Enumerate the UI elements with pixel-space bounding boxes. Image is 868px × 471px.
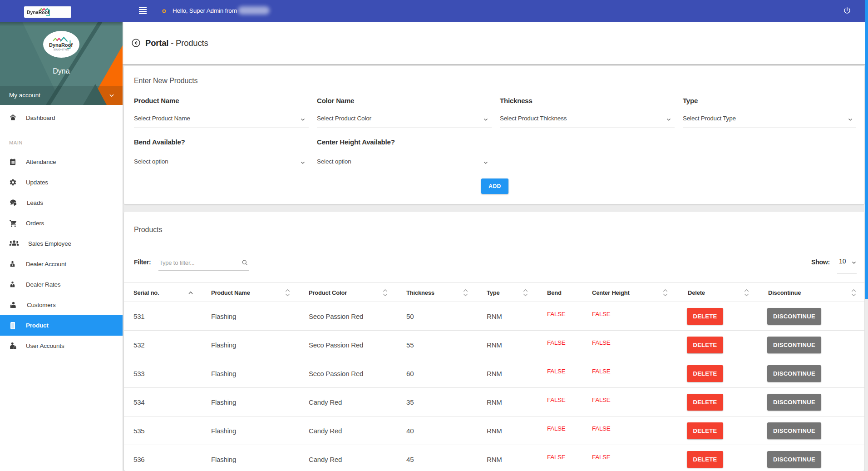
- svg-text:DynaRoof: DynaRoof: [27, 10, 49, 15]
- svg-text:SOLID+STYLE: SOLID+STYLE: [54, 48, 69, 51]
- svg-text:DynaRoof: DynaRoof: [49, 42, 73, 48]
